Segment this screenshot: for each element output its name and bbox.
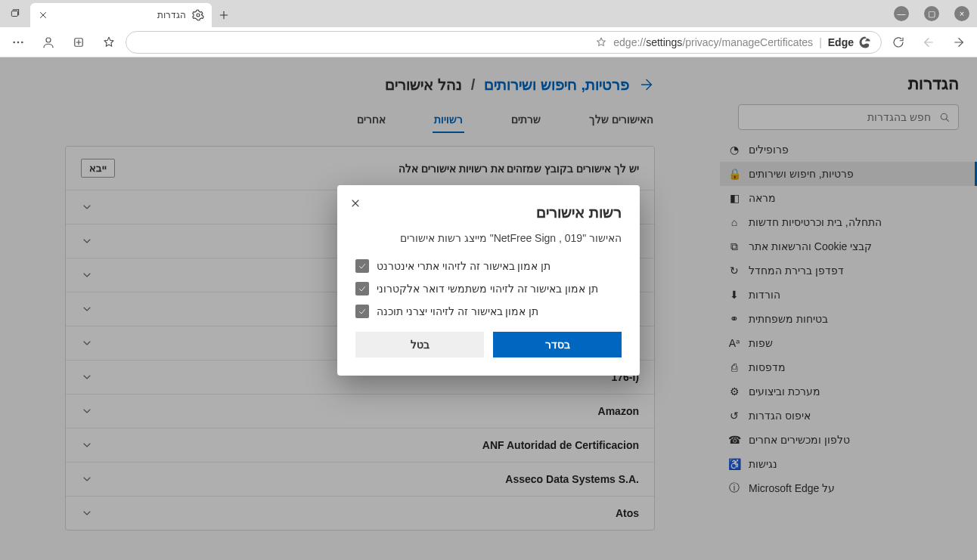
check-icon: [358, 284, 367, 293]
checkbox-label: תן אמון באישור זה לזיהוי יצרני תוכנה: [377, 305, 538, 317]
certificate-authority-dialog: רשות אישורים האישור "NetFree Sign , 019"…: [337, 185, 640, 376]
svg-rect-0: [11, 11, 17, 17]
trust-checkbox-row[interactable]: תן אמון באישור זה לזיהוי יצרני תוכנה: [355, 305, 622, 318]
back-button[interactable]: [915, 30, 942, 54]
url-text: edge://settings/privacy/manageCertificat…: [613, 36, 813, 48]
dialog-description: האישור "NetFree Sign , 019" מייצג רשות א…: [355, 232, 622, 244]
more-button[interactable]: [5, 30, 32, 54]
checkbox[interactable]: [355, 282, 369, 295]
edge-icon: [858, 36, 872, 49]
profile-button[interactable]: [35, 30, 62, 54]
svg-point-8: [14, 42, 15, 43]
svg-point-10: [22, 42, 23, 43]
refresh-button[interactable]: [885, 30, 912, 54]
cancel-button[interactable]: בטל: [355, 332, 484, 357]
dialog-title: רשות אישורים: [355, 203, 622, 221]
edge-label: Edge: [828, 36, 854, 48]
address-bar[interactable]: edge://settings/privacy/manageCertificat…: [126, 31, 882, 54]
svg-point-3: [197, 14, 200, 17]
dialog-close-button[interactable]: [346, 194, 364, 212]
site-info-icon: [595, 36, 607, 48]
close-icon[interactable]: [38, 10, 48, 20]
browser-tab[interactable]: הגדרות: [30, 3, 212, 27]
checkbox-label: תן אמון באישור זה לזיהוי אתרי אינטרנט: [377, 260, 551, 272]
edge-indicator: Edge: [828, 36, 872, 49]
checkbox[interactable]: [355, 259, 369, 273]
new-tab-button[interactable]: [212, 3, 236, 27]
collections-button[interactable]: [65, 30, 92, 54]
url-strong: settings: [646, 36, 682, 48]
url-separator: |: [819, 36, 822, 48]
close-icon: [349, 197, 361, 209]
check-icon: [358, 261, 367, 271]
trust-checkbox-row[interactable]: תן אמון באישור זה לזיהוי משתמשי דואר אלק…: [355, 282, 622, 295]
svg-point-11: [46, 38, 51, 42]
trust-checkbox-row[interactable]: תן אמון באישור זה לזיהוי אתרי אינטרנט: [355, 259, 622, 273]
check-icon: [358, 307, 367, 316]
checkbox[interactable]: [355, 305, 369, 318]
checkbox-label: תן אמון באישור זה לזיהוי משתמשי דואר אלק…: [377, 283, 598, 295]
forward-button[interactable]: [945, 30, 972, 54]
svg-point-9: [17, 42, 19, 43]
close-window-button[interactable]: ×: [947, 0, 977, 27]
minimize-button[interactable]: —: [886, 0, 917, 27]
maximize-button[interactable]: ▢: [917, 0, 947, 27]
window-controls: — ▢ ×: [886, 0, 977, 27]
url-prefix: edge://: [613, 36, 646, 48]
url-suffix: /privacy/manageCertificates: [682, 36, 813, 48]
gear-icon: [192, 9, 204, 21]
toolbar: edge://settings/privacy/manageCertificat…: [0, 27, 977, 57]
tab-title: הגדרות: [54, 10, 186, 20]
favorites-button[interactable]: [95, 30, 123, 54]
ok-button[interactable]: בסדר: [493, 332, 622, 357]
plus-icon: [218, 9, 230, 21]
tabs-icon: [10, 8, 20, 19]
title-bar: הגדרות — ▢ ×: [0, 0, 977, 27]
tabs-overview-button[interactable]: [0, 0, 30, 27]
